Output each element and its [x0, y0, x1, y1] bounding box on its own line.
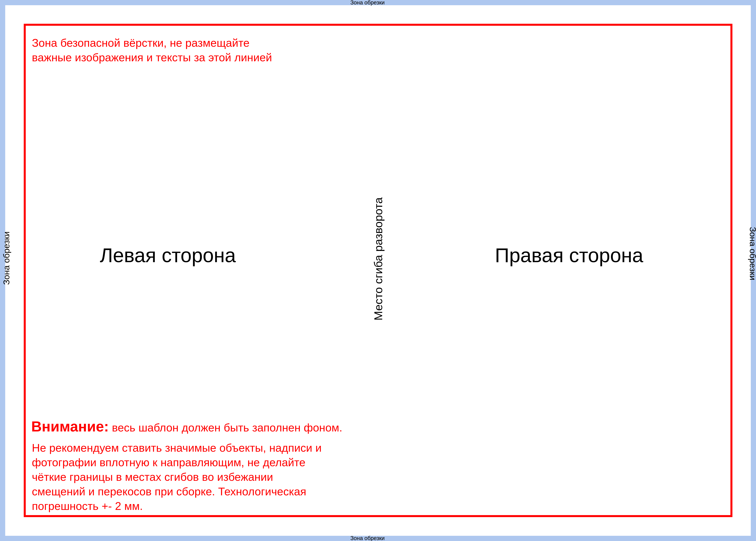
fold-line-label: Место сгиба разворота [373, 197, 384, 320]
safe-zone-note-line2: важные изображения и тексты за этой лини… [32, 50, 272, 65]
notes-line-4: смещений и перекосов при сборке. Техноло… [32, 484, 322, 499]
print-template-page: Зона обрезки Зона обрезки Зона обрезки З… [0, 0, 756, 541]
warning-text: весь шаблон должен быть заполнен фоном. [109, 421, 343, 434]
trim-zone-label-bottom: Зона обрезки [0, 536, 735, 541]
notes-line-1: Не рекомендуем ставить значимые объекты,… [32, 440, 322, 455]
safe-zone-note: Зона безопасной вёрстки, не размещайте в… [32, 36, 272, 65]
trim-zone-label-left: Зона обрезки [2, 232, 11, 285]
left-side-label: Левая сторона [100, 245, 236, 265]
notes-line-2: фотографии вплотную к направляющим, не д… [32, 455, 322, 470]
trim-zone-label-top: Зона обрезки [0, 0, 735, 5]
notes-line-5: погрешность +- 2 мм. [32, 499, 322, 513]
warning-title: Внимание: [31, 418, 109, 434]
notes-paragraph: Не рекомендуем ставить значимые объекты,… [32, 440, 322, 513]
trim-zone-label-right: Зона обрезки [748, 227, 756, 280]
warning-line: Внимание: весь шаблон должен быть заполн… [31, 419, 342, 435]
notes-line-3: чёткие границы в местах сгибов во избежа… [32, 470, 322, 484]
right-side-label: Правая сторона [495, 245, 643, 265]
safe-zone-note-line1: Зона безопасной вёрстки, не размещайте [32, 36, 272, 50]
